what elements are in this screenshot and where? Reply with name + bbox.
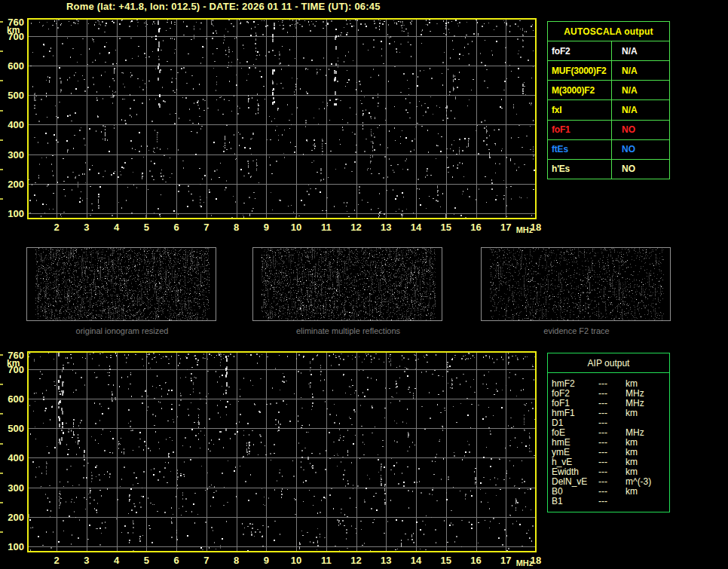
- y-minor-tick: [0, 531, 3, 533]
- y-minor-tick: [0, 354, 3, 356]
- x-axis-label: 12: [350, 555, 361, 566]
- x-axis-label: 17: [500, 222, 511, 233]
- x-axis-label: 5: [144, 222, 149, 233]
- autoscala-row-value: N/A: [611, 80, 669, 99]
- processing-panel-canvas: [482, 248, 670, 320]
- y-axis-unit-label: km: [2, 25, 21, 35]
- autoscala-row-value: N/A: [611, 99, 669, 119]
- x-axis-label: 4: [114, 222, 119, 233]
- ionogram-plot-bottom: [27, 351, 537, 552]
- x-axis-label: 3: [84, 555, 89, 566]
- x-axis-label: 6: [173, 222, 179, 233]
- y-minor-tick: [0, 169, 3, 170]
- y-minor-tick: [0, 80, 3, 81]
- x-axis-label: 3: [84, 222, 89, 233]
- autoscala-row-value: N/A: [611, 60, 669, 80]
- y-axis-label: 100: [2, 207, 24, 219]
- x-axis-label: 13: [381, 222, 391, 233]
- y-minor-tick: [0, 50, 3, 52]
- aip-row-unit: km: [626, 408, 669, 418]
- autoscala-row-label: foF2: [548, 41, 611, 60]
- y-axis-label: 400: [2, 452, 24, 463]
- x-axis-label: 16: [470, 222, 481, 233]
- y-axis-label: 300: [2, 482, 24, 493]
- y-axis-label: 100: [2, 540, 24, 552]
- x-axis-label: 9: [264, 222, 269, 233]
- x-axis-label: 11: [321, 222, 332, 233]
- x-axis-label: 8: [234, 555, 239, 566]
- y-axis-label: 200: [2, 511, 24, 522]
- x-axis-label: 17: [500, 555, 511, 566]
- y-axis-label: 400: [2, 119, 24, 130]
- x-axis-label: 16: [470, 555, 481, 566]
- panel-caption: eliminate multiple reflections: [296, 326, 400, 335]
- aip-output-table: AIP outputhmF2---kmfoF2---MHzfoF1---MHzh…: [547, 353, 670, 512]
- x-axis-label: 5: [144, 555, 149, 566]
- y-minor-tick: [0, 110, 3, 112]
- aip-rows: hmF2---kmfoF2---MHzfoF1---MHzhmF1---kmD1…: [548, 373, 669, 506]
- processing-panel: [481, 247, 671, 321]
- y-axis-label: 600: [2, 60, 24, 71]
- ionogram-plot-top: [27, 18, 537, 219]
- autoscala-output-table: AUTOSCALA outputfoF2N/AMUF(3000)F2N/AM(3…: [547, 21, 670, 179]
- y-axis-unit-label: km: [2, 358, 21, 369]
- y-minor-tick: [0, 473, 3, 474]
- x-axis-label: 7: [203, 222, 209, 233]
- x-axis-label: 11: [321, 555, 332, 566]
- y-axis-label: 200: [2, 178, 24, 189]
- autoscala-row-label: ftEs: [548, 139, 611, 159]
- x-axis-label: 6: [173, 555, 179, 566]
- x-axis-label: 15: [441, 222, 451, 233]
- aip-row-unit: [626, 497, 669, 506]
- y-minor-tick: [0, 21, 3, 23]
- x-axis-label: 7: [203, 555, 209, 566]
- aip-header: AIP output: [548, 353, 669, 373]
- autoscala-row-value: N/A: [611, 41, 669, 60]
- autoscala-row-label: M(3000)F2: [548, 80, 611, 99]
- aip-row: DelN_vE---m^(-3): [552, 477, 669, 487]
- panel-caption: original ionogram resized: [76, 326, 169, 335]
- y-minor-tick: [0, 413, 3, 415]
- autoscala-row-label: h'Es: [548, 159, 611, 179]
- panel-caption: evidence F2 trace: [543, 326, 609, 335]
- aip-row-label: B1: [552, 497, 598, 506]
- y-minor-tick: [0, 198, 3, 200]
- processing-panel: [26, 247, 216, 321]
- y-axis-label: 500: [2, 90, 24, 101]
- autoscala-row-value: NO: [611, 159, 669, 179]
- autoscala-row-label: fxI: [548, 99, 611, 119]
- ionogram-canvas: [29, 353, 535, 551]
- y-minor-tick: [0, 443, 3, 445]
- x-axis-label: 4: [114, 555, 119, 566]
- processing-panel: [252, 247, 442, 321]
- processing-panel-canvas: [27, 248, 216, 320]
- autoscala-row-label: foF1: [548, 120, 611, 139]
- aip-row: B0---km: [552, 487, 669, 497]
- aip-row-value: ---: [598, 497, 626, 506]
- x-axis-label: 10: [291, 555, 301, 566]
- x-axis-label: 2: [54, 222, 59, 233]
- y-axis-label: 300: [2, 148, 24, 160]
- x-axis-label: 13: [381, 555, 391, 566]
- y-minor-tick: [0, 502, 3, 503]
- autoscala-header: AUTOSCALA output: [548, 22, 669, 41]
- x-axis-label: 2: [54, 555, 59, 566]
- aip-row: B1---: [552, 497, 669, 506]
- aip-row: hmF1---km: [552, 408, 669, 418]
- ionogram-canvas: [29, 20, 535, 218]
- x-axis-label: 10: [291, 222, 301, 233]
- autoscala-row-value: NO: [611, 120, 669, 139]
- processing-panel-canvas: [253, 248, 442, 320]
- y-axis-label: 500: [2, 423, 24, 434]
- x-axis-label: 8: [234, 222, 239, 233]
- x-axis-label: 12: [350, 222, 361, 233]
- aip-row: D1---: [552, 418, 669, 428]
- x-axis-unit-label: MHz: [516, 225, 534, 234]
- page-title: Rome (lat: +41.8, lon: 012.5) - DATE: 20…: [66, 1, 381, 12]
- x-axis-unit-label: MHz: [516, 558, 534, 567]
- y-axis-label: 600: [2, 393, 24, 404]
- autoscala-window: Rome (lat: +41.8, lon: 012.5) - DATE: 20…: [0, 0, 728, 569]
- y-minor-tick: [0, 384, 3, 385]
- autoscala-row-label: MUF(3000)F2: [548, 60, 611, 80]
- x-axis-label: 9: [264, 555, 269, 566]
